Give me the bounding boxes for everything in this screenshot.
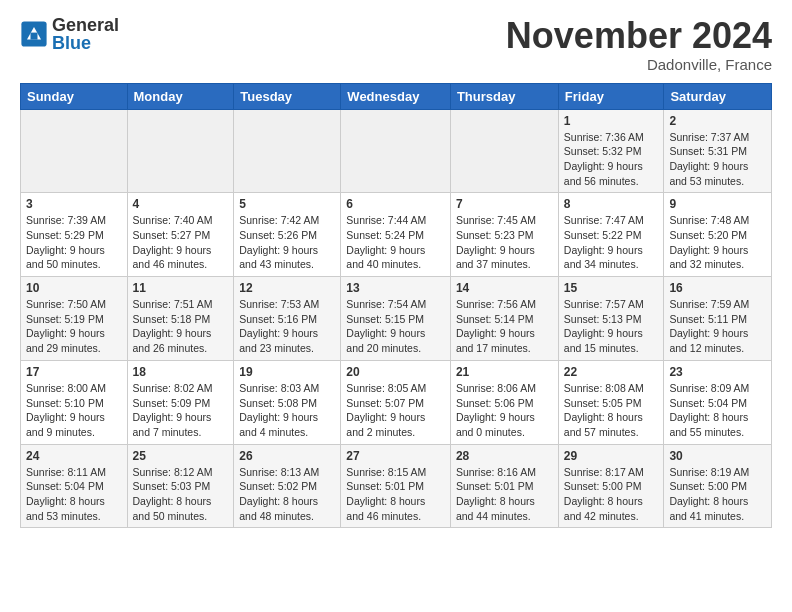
calendar-cell: 10Sunrise: 7:50 AMSunset: 5:19 PMDayligh… xyxy=(21,277,128,361)
day-info: Sunrise: 7:47 AMSunset: 5:22 PMDaylight:… xyxy=(564,213,659,272)
day-info: Sunrise: 7:57 AMSunset: 5:13 PMDaylight:… xyxy=(564,297,659,356)
day-info: Sunrise: 8:19 AMSunset: 5:00 PMDaylight:… xyxy=(669,465,766,524)
day-info: Sunrise: 7:40 AMSunset: 5:27 PMDaylight:… xyxy=(133,213,229,272)
day-number: 23 xyxy=(669,365,766,379)
calendar-cell: 24Sunrise: 8:11 AMSunset: 5:04 PMDayligh… xyxy=(21,444,128,528)
day-number: 2 xyxy=(669,114,766,128)
day-number: 8 xyxy=(564,197,659,211)
calendar-cell: 4Sunrise: 7:40 AMSunset: 5:27 PMDaylight… xyxy=(127,193,234,277)
calendar-header-monday: Monday xyxy=(127,83,234,109)
calendar-cell: 21Sunrise: 8:06 AMSunset: 5:06 PMDayligh… xyxy=(450,360,558,444)
calendar-week-3: 10Sunrise: 7:50 AMSunset: 5:19 PMDayligh… xyxy=(21,277,772,361)
day-info: Sunrise: 8:00 AMSunset: 5:10 PMDaylight:… xyxy=(26,381,122,440)
calendar-week-1: 1Sunrise: 7:36 AMSunset: 5:32 PMDaylight… xyxy=(21,109,772,193)
calendar-cell: 25Sunrise: 8:12 AMSunset: 5:03 PMDayligh… xyxy=(127,444,234,528)
day-number: 16 xyxy=(669,281,766,295)
day-number: 29 xyxy=(564,449,659,463)
day-number: 21 xyxy=(456,365,553,379)
day-info: Sunrise: 8:11 AMSunset: 5:04 PMDaylight:… xyxy=(26,465,122,524)
day-number: 10 xyxy=(26,281,122,295)
calendar-cell: 12Sunrise: 7:53 AMSunset: 5:16 PMDayligh… xyxy=(234,277,341,361)
day-info: Sunrise: 7:51 AMSunset: 5:18 PMDaylight:… xyxy=(133,297,229,356)
day-info: Sunrise: 7:42 AMSunset: 5:26 PMDaylight:… xyxy=(239,213,335,272)
day-number: 17 xyxy=(26,365,122,379)
day-number: 6 xyxy=(346,197,445,211)
title-block: November 2024 Dadonville, France xyxy=(506,16,772,73)
calendar-cell: 20Sunrise: 8:05 AMSunset: 5:07 PMDayligh… xyxy=(341,360,451,444)
day-info: Sunrise: 7:54 AMSunset: 5:15 PMDaylight:… xyxy=(346,297,445,356)
calendar-header-thursday: Thursday xyxy=(450,83,558,109)
calendar-week-4: 17Sunrise: 8:00 AMSunset: 5:10 PMDayligh… xyxy=(21,360,772,444)
calendar-cell: 30Sunrise: 8:19 AMSunset: 5:00 PMDayligh… xyxy=(664,444,772,528)
day-number: 15 xyxy=(564,281,659,295)
day-number: 24 xyxy=(26,449,122,463)
calendar-header-wednesday: Wednesday xyxy=(341,83,451,109)
day-info: Sunrise: 7:48 AMSunset: 5:20 PMDaylight:… xyxy=(669,213,766,272)
day-number: 5 xyxy=(239,197,335,211)
day-number: 7 xyxy=(456,197,553,211)
calendar-header-row: SundayMondayTuesdayWednesdayThursdayFrid… xyxy=(21,83,772,109)
header: General Blue November 2024 Dadonville, F… xyxy=(20,16,772,73)
day-info: Sunrise: 8:02 AMSunset: 5:09 PMDaylight:… xyxy=(133,381,229,440)
logo-text: General Blue xyxy=(52,16,119,52)
calendar-cell: 5Sunrise: 7:42 AMSunset: 5:26 PMDaylight… xyxy=(234,193,341,277)
calendar-header-tuesday: Tuesday xyxy=(234,83,341,109)
logo-general: General xyxy=(52,16,119,34)
calendar-cell: 8Sunrise: 7:47 AMSunset: 5:22 PMDaylight… xyxy=(558,193,664,277)
calendar-cell: 3Sunrise: 7:39 AMSunset: 5:29 PMDaylight… xyxy=(21,193,128,277)
day-number: 22 xyxy=(564,365,659,379)
day-info: Sunrise: 8:16 AMSunset: 5:01 PMDaylight:… xyxy=(456,465,553,524)
day-info: Sunrise: 7:50 AMSunset: 5:19 PMDaylight:… xyxy=(26,297,122,356)
day-info: Sunrise: 8:17 AMSunset: 5:00 PMDaylight:… xyxy=(564,465,659,524)
calendar-cell: 14Sunrise: 7:56 AMSunset: 5:14 PMDayligh… xyxy=(450,277,558,361)
day-number: 9 xyxy=(669,197,766,211)
day-number: 27 xyxy=(346,449,445,463)
calendar-cell: 6Sunrise: 7:44 AMSunset: 5:24 PMDaylight… xyxy=(341,193,451,277)
calendar-week-2: 3Sunrise: 7:39 AMSunset: 5:29 PMDaylight… xyxy=(21,193,772,277)
day-info: Sunrise: 8:15 AMSunset: 5:01 PMDaylight:… xyxy=(346,465,445,524)
logo-blue: Blue xyxy=(52,34,119,52)
calendar-cell: 18Sunrise: 8:02 AMSunset: 5:09 PMDayligh… xyxy=(127,360,234,444)
day-info: Sunrise: 8:08 AMSunset: 5:05 PMDaylight:… xyxy=(564,381,659,440)
day-info: Sunrise: 7:53 AMSunset: 5:16 PMDaylight:… xyxy=(239,297,335,356)
calendar-cell: 11Sunrise: 7:51 AMSunset: 5:18 PMDayligh… xyxy=(127,277,234,361)
day-info: Sunrise: 7:59 AMSunset: 5:11 PMDaylight:… xyxy=(669,297,766,356)
day-info: Sunrise: 8:12 AMSunset: 5:03 PMDaylight:… xyxy=(133,465,229,524)
day-number: 18 xyxy=(133,365,229,379)
calendar-cell: 29Sunrise: 8:17 AMSunset: 5:00 PMDayligh… xyxy=(558,444,664,528)
day-number: 12 xyxy=(239,281,335,295)
calendar-week-5: 24Sunrise: 8:11 AMSunset: 5:04 PMDayligh… xyxy=(21,444,772,528)
calendar-cell: 16Sunrise: 7:59 AMSunset: 5:11 PMDayligh… xyxy=(664,277,772,361)
calendar-cell xyxy=(127,109,234,193)
calendar-cell: 27Sunrise: 8:15 AMSunset: 5:01 PMDayligh… xyxy=(341,444,451,528)
day-number: 25 xyxy=(133,449,229,463)
day-info: Sunrise: 8:05 AMSunset: 5:07 PMDaylight:… xyxy=(346,381,445,440)
page: General Blue November 2024 Dadonville, F… xyxy=(0,0,792,548)
day-number: 13 xyxy=(346,281,445,295)
calendar-cell xyxy=(234,109,341,193)
calendar-cell: 19Sunrise: 8:03 AMSunset: 5:08 PMDayligh… xyxy=(234,360,341,444)
calendar-cell: 13Sunrise: 7:54 AMSunset: 5:15 PMDayligh… xyxy=(341,277,451,361)
calendar-header-saturday: Saturday xyxy=(664,83,772,109)
calendar-cell: 15Sunrise: 7:57 AMSunset: 5:13 PMDayligh… xyxy=(558,277,664,361)
calendar-header-friday: Friday xyxy=(558,83,664,109)
day-number: 26 xyxy=(239,449,335,463)
day-number: 11 xyxy=(133,281,229,295)
day-number: 19 xyxy=(239,365,335,379)
logo: General Blue xyxy=(20,16,119,52)
day-info: Sunrise: 7:36 AMSunset: 5:32 PMDaylight:… xyxy=(564,130,659,189)
day-number: 14 xyxy=(456,281,553,295)
day-info: Sunrise: 7:37 AMSunset: 5:31 PMDaylight:… xyxy=(669,130,766,189)
day-number: 3 xyxy=(26,197,122,211)
day-info: Sunrise: 8:09 AMSunset: 5:04 PMDaylight:… xyxy=(669,381,766,440)
calendar-cell xyxy=(450,109,558,193)
day-info: Sunrise: 7:39 AMSunset: 5:29 PMDaylight:… xyxy=(26,213,122,272)
calendar-cell: 17Sunrise: 8:00 AMSunset: 5:10 PMDayligh… xyxy=(21,360,128,444)
day-info: Sunrise: 7:44 AMSunset: 5:24 PMDaylight:… xyxy=(346,213,445,272)
day-number: 30 xyxy=(669,449,766,463)
location: Dadonville, France xyxy=(506,56,772,73)
logo-icon xyxy=(20,20,48,48)
day-info: Sunrise: 8:13 AMSunset: 5:02 PMDaylight:… xyxy=(239,465,335,524)
day-number: 1 xyxy=(564,114,659,128)
day-info: Sunrise: 8:03 AMSunset: 5:08 PMDaylight:… xyxy=(239,381,335,440)
